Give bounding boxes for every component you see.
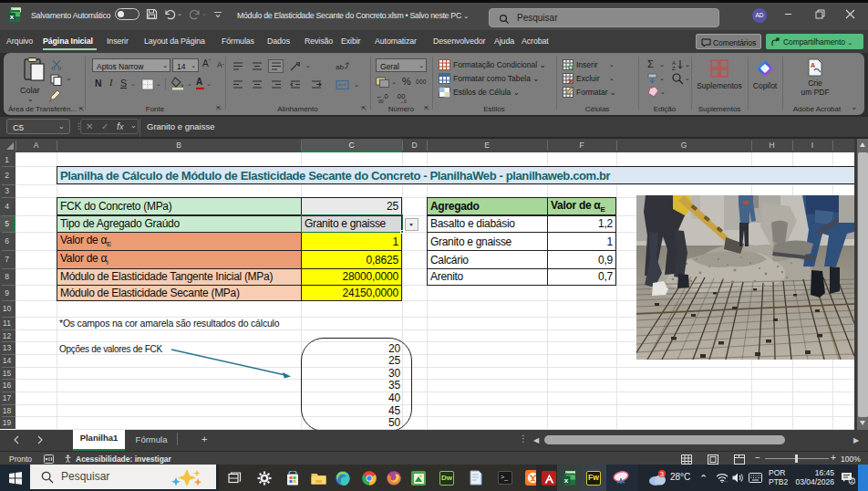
svg-text:3: 3 [660, 471, 664, 477]
svg-text:→0: →0 [399, 99, 407, 104]
svg-text:x: x [10, 13, 15, 21]
svg-text:00: 00 [378, 99, 384, 104]
svg-text:2: 2 [851, 477, 854, 484]
svg-text:A: A [811, 62, 815, 68]
svg-text:Z: Z [672, 66, 676, 70]
svg-text:ab: ab [336, 63, 344, 71]
svg-text:x: x [564, 476, 569, 485]
svg-text:⋯: ⋯ [723, 478, 728, 483]
